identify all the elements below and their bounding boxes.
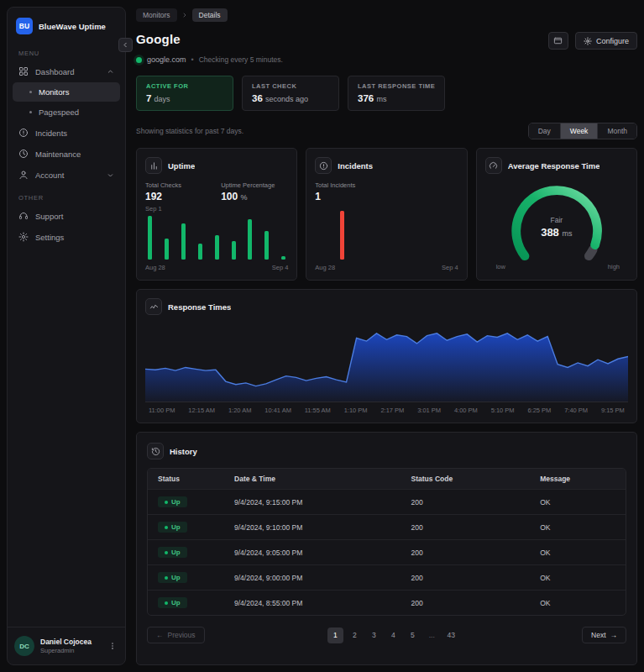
period-option-day[interactable]: Day	[529, 123, 560, 139]
status-cell: Up	[148, 591, 224, 616]
stat-value: 7	[146, 93, 151, 103]
period-option-month[interactable]: Month	[597, 123, 636, 139]
table-row[interactable]: Up9/4/2024, 8:55:00 PM200OK	[148, 591, 626, 616]
datetime-cell: 9/4/2024, 8:55:00 PM	[224, 591, 401, 616]
next-button[interactable]: Next →	[582, 627, 626, 643]
status-code-cell: 200	[401, 515, 531, 540]
sidebar-item-pagespeed[interactable]: Pagespeed	[13, 102, 120, 122]
message-cell: OK	[530, 490, 626, 515]
message-cell: OK	[530, 565, 626, 591]
monitor-status-line: google.com • Checking every 5 minutes.	[136, 55, 637, 64]
status-badge: Up	[158, 522, 187, 533]
pagination-ellipsis: ...	[424, 627, 440, 643]
stat-card-last-check: LAST CHECK 36 seconds ago	[242, 76, 339, 111]
page-header: Google Configure	[136, 32, 637, 50]
sidebar-item-settings[interactable]: Settings	[13, 227, 120, 247]
user-profile[interactable]: DC Daniel Cojocea Superadmin	[8, 627, 125, 664]
header-actions: Configure	[548, 32, 637, 50]
uptime-card: Uptime Total Checks 192 Uptime Percentag…	[136, 148, 297, 281]
sidebar: BU BlueWave Uptime MENU Dashboard Monito…	[7, 7, 126, 665]
gauge-low-label: low	[496, 263, 505, 270]
incident-bar	[340, 211, 344, 260]
total-incidents-label: Total Incidents	[315, 181, 355, 189]
card-title: History	[170, 447, 197, 456]
sidebar-item-dashboard[interactable]: Dashboard	[13, 61, 120, 81]
previous-button[interactable]: ← Previous	[147, 627, 205, 643]
arrow-right-icon: →	[610, 631, 618, 639]
uptime-percentage-label: Uptime Percentage	[221, 181, 275, 189]
datetime-cell: 9/4/2024, 9:00:00 PM	[224, 565, 401, 591]
card-title: Uptime	[168, 161, 195, 171]
sidebar-item-support[interactable]: Support	[13, 206, 120, 226]
check-interval-note: Checking every 5 minutes.	[199, 55, 283, 64]
page-button[interactable]: 43	[443, 627, 459, 643]
bar-chart-icon	[145, 157, 162, 174]
sidebar-item-label: Dashboard	[35, 67, 100, 76]
user-menu-button[interactable]	[107, 639, 118, 653]
message-cell: OK	[530, 540, 626, 565]
stat-label: ACTIVE FOR	[146, 82, 223, 90]
message-cell: OK	[530, 515, 626, 540]
page-button[interactable]: 1	[327, 627, 343, 643]
page-button[interactable]: 3	[366, 627, 382, 643]
total-checks-value: 192	[145, 191, 181, 202]
x-axis-label: 6:25 PM	[527, 407, 551, 414]
response-times-chart[interactable]	[145, 322, 628, 402]
monitor-url[interactable]: google.com	[147, 55, 186, 64]
status-dot-icon	[165, 576, 168, 580]
gear-icon	[18, 232, 29, 242]
sidebar-collapse-button[interactable]	[118, 38, 133, 52]
sidebar-item-monitors[interactable]: Monitors	[13, 82, 120, 102]
uptime-bar-chart[interactable]	[145, 213, 288, 260]
uptime-bar	[281, 256, 285, 260]
status-badge: Up	[158, 597, 187, 608]
column-header: Status Code	[401, 469, 531, 490]
message-cell: OK	[530, 591, 626, 616]
gear-icon	[584, 37, 592, 45]
incident-slot	[351, 206, 369, 260]
user-name: Daniel Cojocea	[40, 638, 92, 647]
configure-button[interactable]: Configure	[575, 32, 637, 50]
menu-section-label: MENU	[8, 41, 125, 60]
status-cell: Up	[148, 565, 224, 591]
status-cell: Up	[148, 540, 224, 565]
dot-separator: •	[191, 55, 194, 64]
sidebar-item-incidents[interactable]: Incidents	[13, 123, 120, 143]
status-cell: Up	[148, 515, 224, 540]
incident-slot	[387, 206, 405, 260]
uptime-bar	[165, 239, 169, 260]
breadcrumb-monitors[interactable]: Monitors	[136, 8, 177, 22]
range-end-label: Sep 4	[442, 264, 458, 271]
table-row[interactable]: Up9/4/2024, 9:00:00 PM200OK	[148, 565, 626, 591]
period-toggle: DayWeekMonth	[528, 123, 637, 139]
stat-value: 376	[358, 93, 374, 103]
x-axis-label: 7:40 PM	[564, 407, 588, 414]
period-option-week[interactable]: Week	[560, 123, 598, 139]
page-button[interactable]: 4	[385, 627, 401, 643]
incidents-bar-chart[interactable]	[315, 202, 458, 260]
area-chart	[145, 322, 628, 402]
x-axis-label: 1:20 AM	[228, 407, 252, 414]
sidebar-item-label: Incidents	[35, 129, 114, 138]
uptime-bar	[232, 241, 236, 260]
status-page-button[interactable]	[548, 32, 568, 50]
table-row[interactable]: Up9/4/2024, 9:05:00 PM200OK	[148, 540, 626, 565]
response-x-labels: 11:00 PM12:15 AM1:20 AM10:41 AM11:55 AM1…	[145, 402, 628, 414]
response-gauge: Fair 388 ms low high	[485, 176, 628, 271]
gauge-track-path	[589, 249, 593, 256]
x-axis-label: 12:15 AM	[188, 407, 215, 414]
hover-date-label: Sep 1	[145, 205, 288, 213]
page-button[interactable]: 5	[405, 627, 421, 643]
sidebar-item-account[interactable]: Account	[13, 165, 120, 185]
incident-slot	[440, 206, 458, 260]
bullet-dot-icon	[29, 111, 32, 113]
table-row[interactable]: Up9/4/2024, 9:10:00 PM200OK	[148, 515, 626, 540]
sidebar-nav-other: Support Settings	[8, 205, 125, 248]
sidebar-item-maintenance[interactable]: Maintenance	[13, 144, 120, 164]
range-start-label: Aug 28	[145, 264, 165, 271]
stat-unit: days	[154, 95, 170, 103]
status-dot-icon	[165, 551, 168, 554]
table-row[interactable]: Up9/4/2024, 9:15:00 PM200OK	[148, 490, 626, 515]
other-section-label: OTHER	[8, 186, 125, 205]
page-button[interactable]: 2	[347, 627, 363, 643]
